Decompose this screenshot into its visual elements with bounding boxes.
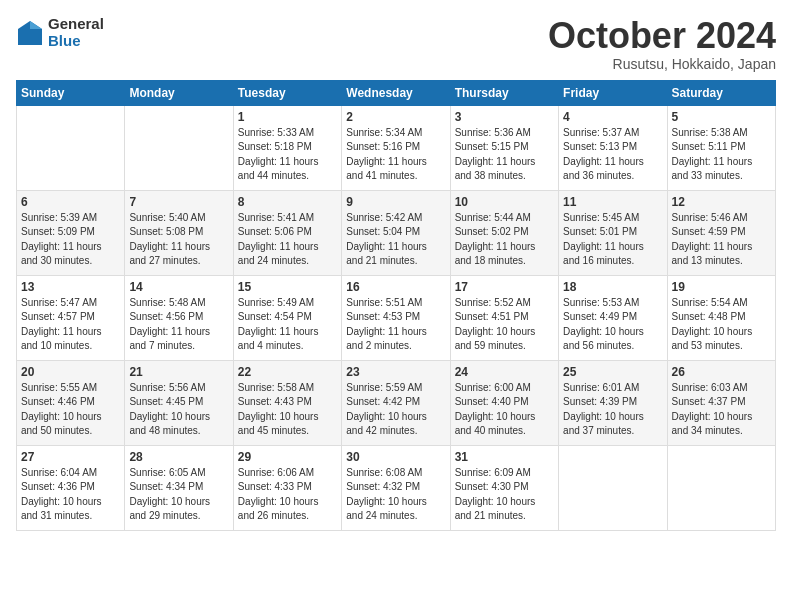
day-info: Sunrise: 5:37 AM Sunset: 5:13 PM Dayligh… xyxy=(563,126,662,184)
day-cell: 18Sunrise: 5:53 AM Sunset: 4:49 PM Dayli… xyxy=(559,275,667,360)
day-number: 8 xyxy=(238,195,337,209)
day-number: 25 xyxy=(563,365,662,379)
day-cell xyxy=(667,445,775,530)
day-number: 9 xyxy=(346,195,445,209)
day-cell: 13Sunrise: 5:47 AM Sunset: 4:57 PM Dayli… xyxy=(17,275,125,360)
day-info: Sunrise: 6:05 AM Sunset: 4:34 PM Dayligh… xyxy=(129,466,228,524)
day-info: Sunrise: 5:41 AM Sunset: 5:06 PM Dayligh… xyxy=(238,211,337,269)
day-cell: 15Sunrise: 5:49 AM Sunset: 4:54 PM Dayli… xyxy=(233,275,341,360)
week-row-5: 27Sunrise: 6:04 AM Sunset: 4:36 PM Dayli… xyxy=(17,445,776,530)
month-title: October 2024 xyxy=(548,16,776,56)
day-cell: 29Sunrise: 6:06 AM Sunset: 4:33 PM Dayli… xyxy=(233,445,341,530)
day-number: 14 xyxy=(129,280,228,294)
location: Rusutsu, Hokkaido, Japan xyxy=(548,56,776,72)
header-cell-sunday: Sunday xyxy=(17,80,125,105)
day-info: Sunrise: 5:45 AM Sunset: 5:01 PM Dayligh… xyxy=(563,211,662,269)
day-number: 12 xyxy=(672,195,771,209)
week-row-4: 20Sunrise: 5:55 AM Sunset: 4:46 PM Dayli… xyxy=(17,360,776,445)
day-number: 19 xyxy=(672,280,771,294)
header-cell-saturday: Saturday xyxy=(667,80,775,105)
day-info: Sunrise: 5:39 AM Sunset: 5:09 PM Dayligh… xyxy=(21,211,120,269)
day-info: Sunrise: 5:36 AM Sunset: 5:15 PM Dayligh… xyxy=(455,126,554,184)
day-info: Sunrise: 5:48 AM Sunset: 4:56 PM Dayligh… xyxy=(129,296,228,354)
header-cell-thursday: Thursday xyxy=(450,80,558,105)
day-number: 28 xyxy=(129,450,228,464)
day-cell: 19Sunrise: 5:54 AM Sunset: 4:48 PM Dayli… xyxy=(667,275,775,360)
day-cell: 16Sunrise: 5:51 AM Sunset: 4:53 PM Dayli… xyxy=(342,275,450,360)
day-cell: 28Sunrise: 6:05 AM Sunset: 4:34 PM Dayli… xyxy=(125,445,233,530)
day-cell: 27Sunrise: 6:04 AM Sunset: 4:36 PM Dayli… xyxy=(17,445,125,530)
day-number: 31 xyxy=(455,450,554,464)
day-info: Sunrise: 5:42 AM Sunset: 5:04 PM Dayligh… xyxy=(346,211,445,269)
header-cell-friday: Friday xyxy=(559,80,667,105)
week-row-3: 13Sunrise: 5:47 AM Sunset: 4:57 PM Dayli… xyxy=(17,275,776,360)
day-info: Sunrise: 5:53 AM Sunset: 4:49 PM Dayligh… xyxy=(563,296,662,354)
day-number: 23 xyxy=(346,365,445,379)
day-info: Sunrise: 6:06 AM Sunset: 4:33 PM Dayligh… xyxy=(238,466,337,524)
day-cell: 7Sunrise: 5:40 AM Sunset: 5:08 PM Daylig… xyxy=(125,190,233,275)
header-cell-monday: Monday xyxy=(125,80,233,105)
day-info: Sunrise: 5:33 AM Sunset: 5:18 PM Dayligh… xyxy=(238,126,337,184)
logo-icon xyxy=(16,19,44,47)
day-cell: 22Sunrise: 5:58 AM Sunset: 4:43 PM Dayli… xyxy=(233,360,341,445)
header-row: SundayMondayTuesdayWednesdayThursdayFrid… xyxy=(17,80,776,105)
day-cell: 21Sunrise: 5:56 AM Sunset: 4:45 PM Dayli… xyxy=(125,360,233,445)
week-row-1: 1Sunrise: 5:33 AM Sunset: 5:18 PM Daylig… xyxy=(17,105,776,190)
day-info: Sunrise: 6:04 AM Sunset: 4:36 PM Dayligh… xyxy=(21,466,120,524)
day-cell: 23Sunrise: 5:59 AM Sunset: 4:42 PM Dayli… xyxy=(342,360,450,445)
day-info: Sunrise: 5:54 AM Sunset: 4:48 PM Dayligh… xyxy=(672,296,771,354)
day-cell: 11Sunrise: 5:45 AM Sunset: 5:01 PM Dayli… xyxy=(559,190,667,275)
day-number: 10 xyxy=(455,195,554,209)
day-info: Sunrise: 5:38 AM Sunset: 5:11 PM Dayligh… xyxy=(672,126,771,184)
day-cell: 4Sunrise: 5:37 AM Sunset: 5:13 PM Daylig… xyxy=(559,105,667,190)
day-info: Sunrise: 6:01 AM Sunset: 4:39 PM Dayligh… xyxy=(563,381,662,439)
header: General Blue October 2024 Rusutsu, Hokka… xyxy=(16,16,776,72)
calendar-table: SundayMondayTuesdayWednesdayThursdayFrid… xyxy=(16,80,776,531)
day-info: Sunrise: 5:44 AM Sunset: 5:02 PM Dayligh… xyxy=(455,211,554,269)
day-number: 3 xyxy=(455,110,554,124)
header-cell-wednesday: Wednesday xyxy=(342,80,450,105)
day-info: Sunrise: 5:47 AM Sunset: 4:57 PM Dayligh… xyxy=(21,296,120,354)
day-number: 15 xyxy=(238,280,337,294)
day-number: 29 xyxy=(238,450,337,464)
day-cell: 2Sunrise: 5:34 AM Sunset: 5:16 PM Daylig… xyxy=(342,105,450,190)
day-number: 13 xyxy=(21,280,120,294)
day-number: 17 xyxy=(455,280,554,294)
logo-blue-text: Blue xyxy=(48,33,104,50)
day-cell: 17Sunrise: 5:52 AM Sunset: 4:51 PM Dayli… xyxy=(450,275,558,360)
day-info: Sunrise: 6:08 AM Sunset: 4:32 PM Dayligh… xyxy=(346,466,445,524)
header-cell-tuesday: Tuesday xyxy=(233,80,341,105)
day-number: 24 xyxy=(455,365,554,379)
day-cell xyxy=(125,105,233,190)
day-number: 2 xyxy=(346,110,445,124)
day-info: Sunrise: 5:40 AM Sunset: 5:08 PM Dayligh… xyxy=(129,211,228,269)
day-cell: 26Sunrise: 6:03 AM Sunset: 4:37 PM Dayli… xyxy=(667,360,775,445)
day-number: 27 xyxy=(21,450,120,464)
day-info: Sunrise: 5:58 AM Sunset: 4:43 PM Dayligh… xyxy=(238,381,337,439)
day-cell xyxy=(559,445,667,530)
day-cell: 5Sunrise: 5:38 AM Sunset: 5:11 PM Daylig… xyxy=(667,105,775,190)
day-info: Sunrise: 5:56 AM Sunset: 4:45 PM Dayligh… xyxy=(129,381,228,439)
day-cell: 30Sunrise: 6:08 AM Sunset: 4:32 PM Dayli… xyxy=(342,445,450,530)
week-row-2: 6Sunrise: 5:39 AM Sunset: 5:09 PM Daylig… xyxy=(17,190,776,275)
day-cell: 3Sunrise: 5:36 AM Sunset: 5:15 PM Daylig… xyxy=(450,105,558,190)
day-number: 1 xyxy=(238,110,337,124)
day-cell: 10Sunrise: 5:44 AM Sunset: 5:02 PM Dayli… xyxy=(450,190,558,275)
day-cell: 9Sunrise: 5:42 AM Sunset: 5:04 PM Daylig… xyxy=(342,190,450,275)
day-cell: 14Sunrise: 5:48 AM Sunset: 4:56 PM Dayli… xyxy=(125,275,233,360)
logo-general-text: General xyxy=(48,16,104,33)
day-cell xyxy=(17,105,125,190)
day-info: Sunrise: 5:55 AM Sunset: 4:46 PM Dayligh… xyxy=(21,381,120,439)
day-cell: 24Sunrise: 6:00 AM Sunset: 4:40 PM Dayli… xyxy=(450,360,558,445)
day-number: 11 xyxy=(563,195,662,209)
day-number: 20 xyxy=(21,365,120,379)
day-number: 5 xyxy=(672,110,771,124)
day-number: 26 xyxy=(672,365,771,379)
day-cell: 20Sunrise: 5:55 AM Sunset: 4:46 PM Dayli… xyxy=(17,360,125,445)
day-info: Sunrise: 5:52 AM Sunset: 4:51 PM Dayligh… xyxy=(455,296,554,354)
svg-marker-1 xyxy=(30,21,42,29)
logo: General Blue xyxy=(16,16,104,49)
day-info: Sunrise: 5:34 AM Sunset: 5:16 PM Dayligh… xyxy=(346,126,445,184)
day-info: Sunrise: 5:49 AM Sunset: 4:54 PM Dayligh… xyxy=(238,296,337,354)
day-info: Sunrise: 6:00 AM Sunset: 4:40 PM Dayligh… xyxy=(455,381,554,439)
